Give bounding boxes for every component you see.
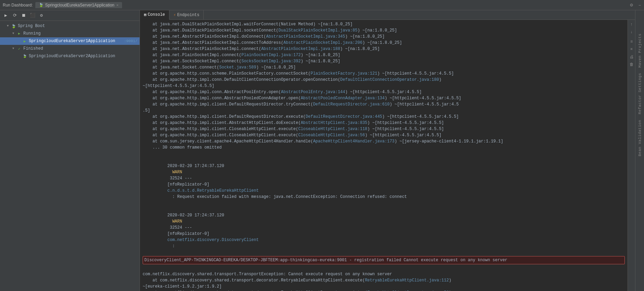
log-line: ~[httpclient-4.5.5.jar:4.5.5] (143, 83, 625, 89)
scroll-down-button[interactable]: ↓ (628, 29, 635, 36)
console-tabs: ▤ Console ⚡ Endpoints (140, 10, 635, 20)
log-warn-line1: 2020-02-20 17:24:37.120 WARN 32524 --- [… (143, 157, 625, 206)
log-line: com.netflix.discovery.shared.transport.T… (143, 271, 625, 277)
error-highlight-text: DiscoveryClient_APP-THINKINGCAO-EUREKA/D… (144, 257, 623, 263)
run-all-button[interactable]: ▶ (2, 12, 10, 19)
clear-button[interactable]: 🗑 (628, 61, 635, 68)
sidebar-item-app1[interactable]: ▶ SpringcloudEurekaServer1Application :9… (0, 37, 140, 45)
console-body: at java.net.DualStackPlainSocketImpl.wai… (140, 20, 635, 291)
log-line: at java.net.DualStackPlainSocketImpl.soc… (143, 27, 625, 34)
console-right-toolbar: ↑ ↓ ≡ ⌘ 🖨 🗑 (628, 20, 635, 291)
sidebar-item-finished[interactable]: ▼ ✓ Finished (0, 45, 140, 52)
settings-icon[interactable]: ⚙ (630, 2, 633, 8)
log-line: at java.net.AbstractPlainSocketImpl.doCo… (143, 34, 625, 40)
rerun-button[interactable]: ⟳ (11, 12, 19, 19)
log-line: at java.net.SocksSocketImpl.connect(Sock… (143, 58, 625, 64)
log-line-empty (143, 151, 625, 157)
log-line: at org.apache.http.impl.conn.DefaultClie… (143, 77, 625, 83)
arrow-app1 (18, 39, 22, 43)
arrow-app2 (18, 54, 22, 58)
finished-label: Finished (23, 46, 138, 51)
error-highlight-box: DiscoveryClient_APP-THINKINGCAO-EUREKA/D… (143, 256, 625, 264)
log-line: at java.net.Socket.connect(Socket.java:5… (143, 64, 625, 71)
log-line: at com.sun.jersey.client.apache4.ApacheH… (143, 138, 625, 144)
maven-projects-tab[interactable]: Maven Projects (636, 31, 643, 70)
running-icon: ▶ (16, 31, 22, 36)
wrap-lines-button[interactable]: ≡ (628, 38, 635, 45)
log-line: at org.apache.http.conn.scheme.PlainSock… (143, 71, 625, 77)
minimize-icon[interactable]: – (639, 2, 641, 8)
run-dashboard-label: Run Dashboard: (3, 3, 33, 8)
log-line: at java.net.DualStackPlainSocketImpl.wai… (143, 21, 625, 27)
filter-button[interactable]: ⬛ (29, 12, 36, 19)
tab-endpoints[interactable]: ⚡ Endpoints (169, 10, 204, 20)
scroll-up-button[interactable]: ↑ (628, 21, 635, 28)
endpoints-tab-label: Endpoints (177, 13, 200, 17)
log-warn-line2: 2020-02-20 17:24:37.120 WARN 32524 --- [… (143, 206, 625, 255)
sidebar-item-springboot[interactable]: ▼ 🍃 Spring Boot (0, 22, 140, 30)
log-line: at com.netflix.discovery.shared.transpor… (143, 277, 625, 283)
log-line: ... 30 common frames omitted (143, 144, 625, 151)
sidebar: ▶ ⟳ ⏹ ⬛ ⚙ ▼ 🍃 Spring Boot ▼ ▶ Running (0, 10, 140, 291)
running-label: Running (23, 31, 138, 36)
app1-label: SpringcloudEurekaServer1Application (29, 39, 124, 43)
log-line: at org.apache.http.impl.client.Closeable… (143, 126, 625, 132)
sidebar-item-app2[interactable]: 🍃 SpringcloudEurekaServer2Application (0, 52, 140, 60)
tab-console[interactable]: ▤ Console (140, 10, 169, 20)
springboot-icon: 🍃 (11, 23, 16, 29)
arrow-springboot: ▼ (7, 24, 11, 28)
arrow-finished: ▼ (12, 47, 16, 50)
arrow-running: ▼ (12, 32, 16, 35)
log-line: .5] (143, 107, 625, 114)
finished-icon: ✓ (16, 46, 22, 51)
bean-validation-tab[interactable]: Bean Validation (636, 117, 643, 159)
run-tab[interactable]: 🍃 SpringcloudEurekaServer1Application ✕ (35, 2, 122, 8)
sidebar-item-running[interactable]: ▼ ▶ Running (0, 30, 140, 37)
log-line: at java.net.AbstractPlainSocketImpl.conn… (143, 40, 625, 46)
sidebar-tree: ▼ 🍃 Spring Boot ▼ ▶ Running ▶ Springclou… (0, 21, 140, 291)
log-line: at org.apache.http.impl.client.Closeable… (143, 132, 625, 138)
run-tab-close[interactable]: ✕ (117, 3, 119, 7)
stop-button[interactable]: ⏹ (20, 12, 27, 19)
top-bar: Run Dashboard: 🍃 SpringcloudEurekaServer… (0, 0, 644, 10)
log-line: at org.apache.http.impl.client.DefaultRe… (143, 114, 625, 120)
app1-port: :9001/ (124, 39, 138, 43)
far-right-panel: Maven Projects Refactor Settings Bean Va… (635, 10, 644, 291)
main-layout: ▶ ⟳ ⏹ ⬛ ⚙ ▼ 🍃 Spring Boot ▼ ▶ Running (0, 10, 644, 291)
run-tab-icon: 🍃 (39, 3, 44, 7)
log-line: at org.apache.http.impl.conn.AbstractPoo… (143, 95, 625, 101)
soft-wrap-button[interactable]: ⌘ (628, 46, 635, 53)
console-area: ▤ Console ⚡ Endpoints at java.net.DualSt… (140, 10, 635, 291)
console-tab-icon: ▤ (144, 12, 146, 17)
sidebar-toolbar: ▶ ⟳ ⏹ ⬛ ⚙ (0, 10, 140, 21)
log-line-empty2 (143, 265, 625, 271)
springboot-label: Spring Boot (18, 24, 138, 28)
app1-icon: ▶ (22, 38, 27, 44)
app2-label: SpringcloudEurekaServer2Application (29, 54, 138, 59)
log-line: ~[eureka-client-1.9.2.jar:1.9.2] (143, 283, 625, 290)
endpoints-tab-icon: ⚡ (174, 13, 176, 17)
log-line: at java.net.PlainSocketImpl.connect(Plai… (143, 52, 625, 58)
settings-sidebar-button[interactable]: ⚙ (38, 12, 45, 19)
app2-icon: 🍃 (22, 53, 27, 59)
run-tab-label: SpringcloudEurekaServer1Application (45, 3, 114, 8)
log-line: at org.apache.http.impl.client.AbstractH… (143, 120, 625, 126)
refactor-settings-tab[interactable]: Refactor Settings (636, 70, 643, 117)
log-line: at org.apache.http.impl.conn.AbstractPoo… (143, 89, 625, 95)
log-line: at com.netflix.discovery.shared.transpor… (143, 290, 625, 291)
console-output[interactable]: at java.net.DualStackPlainSocketImpl.wai… (140, 20, 628, 291)
log-line: at java.net.AbstractPlainSocketImpl.conn… (143, 46, 625, 52)
log-line: at org.apache.http.impl.client.DefaultRe… (143, 101, 625, 107)
print-button[interactable]: 🖨 (628, 53, 635, 60)
console-tab-label: Console (148, 12, 165, 17)
